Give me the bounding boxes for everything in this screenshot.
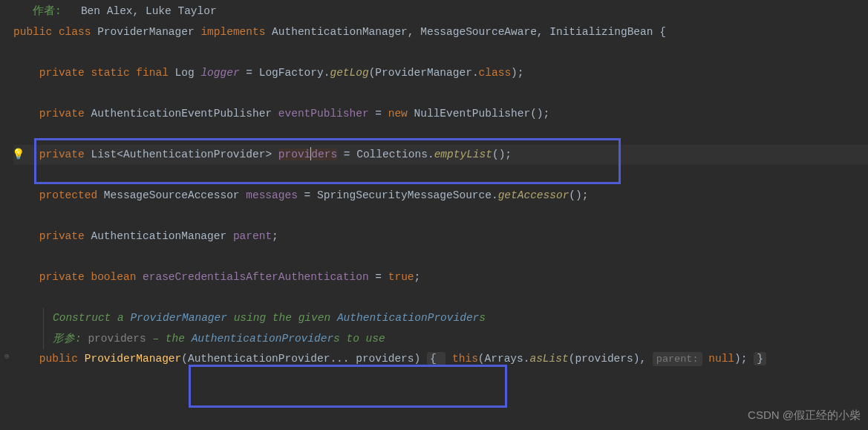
author-label: 作者: bbox=[33, 5, 62, 17]
fold-close-brace[interactable]: } bbox=[754, 352, 766, 365]
messages-field: protected MessageSourceAccessor messages… bbox=[13, 186, 868, 206]
class-decl: public class ProviderManager implements … bbox=[13, 22, 868, 43]
blank bbox=[13, 247, 868, 268]
blank bbox=[13, 124, 868, 145]
eventpublisher-field: private AuthenticationEventPublisher eve… bbox=[13, 104, 868, 125]
text-cursor bbox=[310, 147, 311, 160]
param-hint: parent: bbox=[653, 352, 702, 366]
blank bbox=[13, 83, 868, 104]
erase-field: private boolean eraseCredentialsAfterAut… bbox=[13, 267, 868, 288]
providers-field: 💡 private List<AuthenticationProvider> p… bbox=[13, 145, 868, 166]
logger-field: private static final Log logger = LogFac… bbox=[13, 63, 868, 84]
blank bbox=[13, 206, 868, 227]
blank bbox=[13, 165, 868, 186]
fold-open-brace[interactable]: { bbox=[427, 352, 446, 365]
doc-line-1: Construct a ProviderManager using the gi… bbox=[53, 308, 868, 329]
intention-bulb-icon[interactable]: 💡 bbox=[12, 145, 25, 165]
blank bbox=[13, 42, 868, 63]
author-line: 作者: Ben Alex, Luke Taylor bbox=[13, 1, 868, 22]
blank bbox=[13, 288, 868, 309]
fold-icon[interactable]: ⊕ bbox=[4, 349, 10, 365]
javadoc-block: Construct a ProviderManager using the gi… bbox=[43, 308, 868, 349]
highlight-box-2 bbox=[189, 365, 507, 408]
doc-line-2: 形参: providers – the AuthenticationProvid… bbox=[53, 329, 868, 350]
parent-field: private AuthenticationManager parent; bbox=[13, 227, 868, 247]
code-editor[interactable]: 作者: Ben Alex, Luke Taylor public class P… bbox=[0, 0, 868, 371]
author-names: Ben Alex, Luke Taylor bbox=[81, 5, 217, 17]
constructor-line: ⊕ public ProviderManager(AuthenticationP… bbox=[13, 349, 868, 370]
watermark: CSDN @假正经的小柴 bbox=[748, 405, 861, 426]
